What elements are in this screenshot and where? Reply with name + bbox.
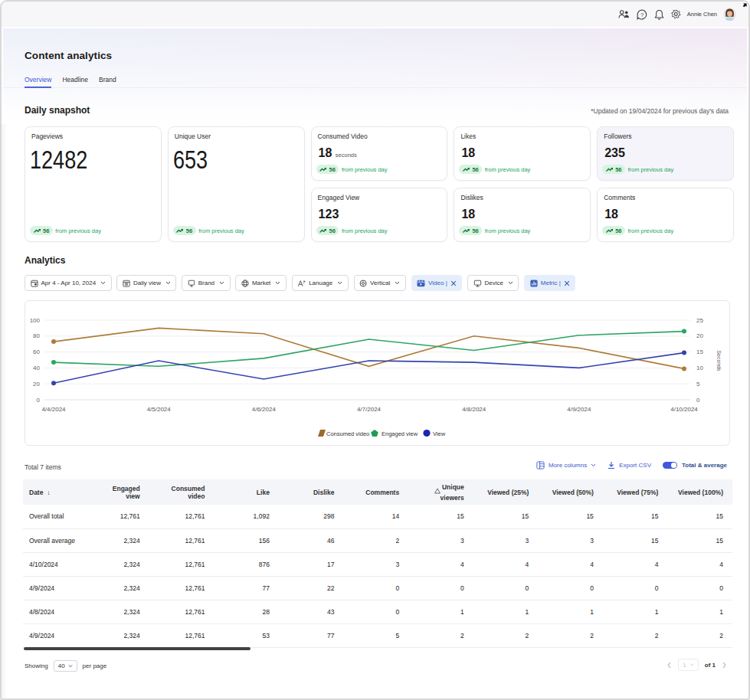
svg-text:View: View [433,430,446,437]
svg-text:15: 15 [696,348,703,355]
svg-text:20: 20 [696,332,703,339]
svg-text:Engaged view: Engaged view [382,430,418,437]
svg-text:20: 20 [33,381,40,388]
svg-text:4/6/2024: 4/6/2024 [252,406,277,413]
svg-text:4/10/2024: 4/10/2024 [670,406,698,413]
svg-text:5: 5 [696,381,700,388]
svg-text:60: 60 [33,348,40,355]
svg-text:4/9/2024: 4/9/2024 [567,406,591,413]
svg-text:100: 100 [30,317,41,324]
svg-text:40: 40 [33,365,40,371]
svg-text:4/4/2024: 4/4/2024 [41,406,66,413]
svg-text:Seconds: Seconds [716,350,722,371]
svg-text:4/5/2024: 4/5/2024 [147,406,172,413]
svg-text:?: ? [640,11,644,18]
svg-text:Consumed video: Consumed video [326,430,369,437]
svg-text:4/8/2024: 4/8/2024 [462,406,486,413]
svg-text:80: 80 [33,332,40,339]
svg-text:25: 25 [696,317,703,324]
svg-text:0: 0 [37,397,41,404]
svg-text:0: 0 [696,397,700,404]
svg-text:4/7/2024: 4/7/2024 [357,406,382,413]
svg-text:10: 10 [696,365,703,371]
